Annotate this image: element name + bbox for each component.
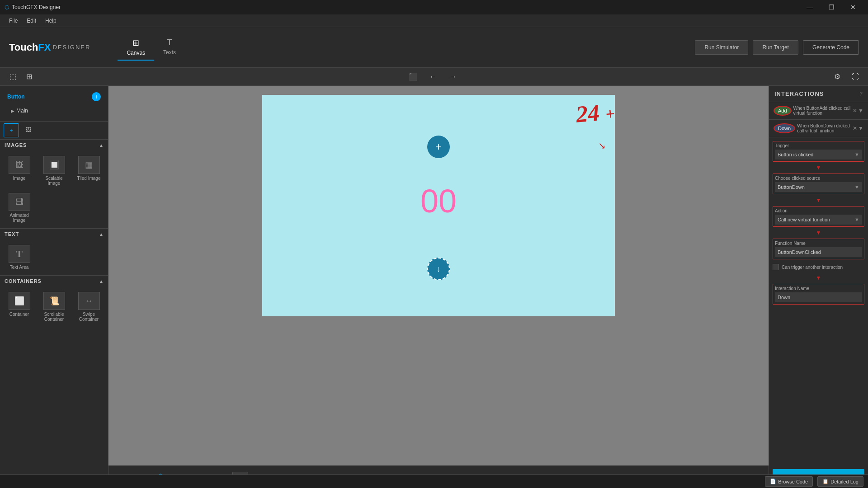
containers-section-header[interactable]: CONTAINERS ▲ (0, 276, 108, 286)
nav-forward-btn[interactable]: → (445, 70, 461, 84)
text-section: TEXT ▲ T Text Area (0, 229, 108, 276)
interaction-expand-down[interactable]: ▼ (858, 125, 863, 131)
text-item-textarea[interactable]: T Text Area (4, 243, 35, 272)
detailed-log-button[interactable]: 📋 Detailed Log (817, 476, 863, 487)
interactions-title: INTERACTIONS (774, 90, 824, 97)
nav-preview-btn[interactable]: ⬛ (405, 70, 421, 84)
image-item-scalable[interactable]: 🔲 Scalable Image (38, 154, 70, 188)
app-icon: ⬡ (5, 4, 9, 10)
scalable-image-icon: 🔲 (43, 156, 65, 174)
texts-icon: T (167, 38, 172, 47)
top-actions: Run Simulator Run Target Generate Code (695, 40, 859, 55)
interaction-item-down: Down When ButtonDown clicked call virtua… (769, 120, 868, 137)
nav-grid-btn[interactable]: ⊞ (21, 70, 37, 84)
container-item-swipe[interactable]: ↔ Swipe Container (73, 290, 104, 324)
form-arrow-2: ▼ (773, 197, 864, 203)
canvas-area: 24 + ↘ + 00 ↓ 100 % 1:1 (108, 86, 769, 488)
canvas-number: 00 (420, 183, 457, 220)
interaction-name-label: Interaction Name (775, 286, 862, 291)
interaction-delete-down[interactable]: ✕ (853, 125, 857, 131)
nav-right-buttons: ⚙ ⛶ (829, 70, 863, 84)
sidebar-top: Button + ▶ Main (0, 86, 108, 122)
toolbar-tabs: ⊞ Canvas T Texts (118, 34, 185, 61)
main-layout: Button + ▶ Main ＋ 🖼 IMAGES (0, 86, 868, 488)
interaction-name-group: Interaction Name (773, 284, 864, 305)
containers-title: CONTAINERS (5, 278, 42, 284)
menu-help[interactable]: Help (41, 16, 61, 26)
interaction-name-input[interactable] (775, 292, 862, 302)
logo-fx: FX (38, 42, 51, 53)
interaction-text-add: When ButtonAdd clicked call virtual func… (793, 106, 851, 116)
interactions-help-icon[interactable]: ? (859, 91, 863, 97)
trigger-arrow: ▼ (854, 152, 859, 157)
images-title: IMAGES (5, 142, 27, 148)
nav-screen-btn[interactable]: ⬚ (5, 70, 21, 84)
canvas-plus-button[interactable]: + (427, 136, 450, 158)
tree-item-main[interactable]: ▶ Main (4, 106, 104, 116)
text-title: TEXT (5, 231, 19, 237)
images-section-header[interactable]: IMAGES ▲ (0, 140, 108, 150)
image-item-animated[interactable]: 🎞 Animated Image (4, 191, 35, 225)
sidebar-add-icon: ＋ (9, 127, 14, 133)
interaction-badge-add[interactable]: Add (774, 106, 792, 116)
sidebar-section-label: Button (7, 94, 25, 100)
interaction-controls-add: ✕ ▼ (853, 108, 863, 114)
canvas-frame: + 00 ↓ (262, 95, 615, 316)
menubar: File Edit Help (0, 14, 868, 27)
trigger-select[interactable]: Button is clicked ▼ (775, 150, 862, 160)
swipe-container-icon: ↔ (78, 292, 100, 310)
nav-fullscreen-btn[interactable]: ⛶ (847, 70, 863, 84)
browse-code-button[interactable]: 📄 Browse Code (765, 476, 813, 487)
interactions-header: INTERACTIONS ? (769, 86, 868, 102)
function-label: Function Name (775, 241, 862, 246)
right-panel: INTERACTIONS ? Add When ButtonAdd clicke… (769, 86, 868, 488)
restore-button[interactable]: ❐ (821, 0, 842, 14)
interaction-controls-down: ✕ ▼ (853, 125, 863, 131)
scrollable-container-icon: 📜 (43, 292, 65, 310)
container-item-scrollable[interactable]: 📜 Scrollable Container (38, 290, 70, 324)
text-grid: T Text Area (0, 239, 108, 275)
interaction-badge-down[interactable]: Down (774, 123, 795, 133)
interaction-delete-add[interactable]: ✕ (853, 108, 857, 114)
generate-code-button[interactable]: Generate Code (803, 40, 859, 55)
statusbar: 📄 Browse Code 📋 Detailed Log (0, 474, 868, 488)
can-trigger-checkbox[interactable] (773, 264, 779, 270)
nav-back-btn[interactable]: ← (425, 70, 441, 84)
image-item-tiled[interactable]: ▦ Tiled Image (73, 154, 104, 188)
container-label-scrollable: Scrollable Container (40, 312, 68, 322)
menu-edit[interactable]: Edit (22, 16, 41, 26)
minimize-button[interactable]: — (799, 0, 820, 14)
logo-designer: DESIGNER (52, 44, 90, 51)
images-section: IMAGES ▲ 🖼 Image 🔲 Scalable Image ▦ Tile… (0, 140, 108, 229)
action-label: Action (775, 208, 862, 213)
tree-arrow: ▶ (11, 108, 14, 113)
interaction-expand-add[interactable]: ▼ (858, 108, 863, 114)
text-section-header[interactable]: TEXT ▲ (0, 229, 108, 239)
nav-settings-btn[interactable]: ⚙ (829, 70, 845, 84)
source-select[interactable]: ButtonDown ▼ (775, 182, 862, 192)
close-button[interactable]: ✕ (843, 0, 863, 14)
source-value: ButtonDown (778, 184, 805, 190)
action-group: Action Call new virtual function ▼ (773, 206, 864, 227)
container-icon: ⬜ (9, 292, 30, 310)
tab-texts[interactable]: T Texts (154, 34, 185, 61)
titlebar-controls: — ❐ ✕ (799, 0, 863, 14)
trigger-label: Trigger (775, 143, 862, 148)
sidebar-tab-images[interactable]: 🖼 (21, 123, 36, 137)
top-toolbar: TouchFX DESIGNER ⊞ Canvas T Texts Run Si… (0, 27, 868, 68)
source-group: Choose clicked source ButtonDown ▼ (773, 174, 864, 194)
run-target-button[interactable]: Run Target (753, 40, 798, 55)
menu-file[interactable]: File (5, 16, 22, 26)
run-simulator-button[interactable]: Run Simulator (695, 40, 748, 55)
function-input[interactable] (775, 247, 862, 257)
logo-text: TouchFX (9, 42, 51, 53)
tab-canvas[interactable]: ⊞ Canvas (118, 34, 154, 61)
action-select[interactable]: Call new virtual function ▼ (775, 215, 862, 225)
sidebar-tab-add[interactable]: ＋ (4, 123, 19, 137)
container-item-container[interactable]: ⬜ Container (4, 290, 35, 324)
canvas-small-button[interactable]: ↓ (427, 258, 450, 280)
image-item-image[interactable]: 🖼 Image (4, 154, 35, 188)
textarea-icon: T (9, 245, 30, 263)
trigger-value: Button is clicked (778, 152, 813, 157)
sidebar-add-button[interactable]: + (92, 92, 101, 101)
